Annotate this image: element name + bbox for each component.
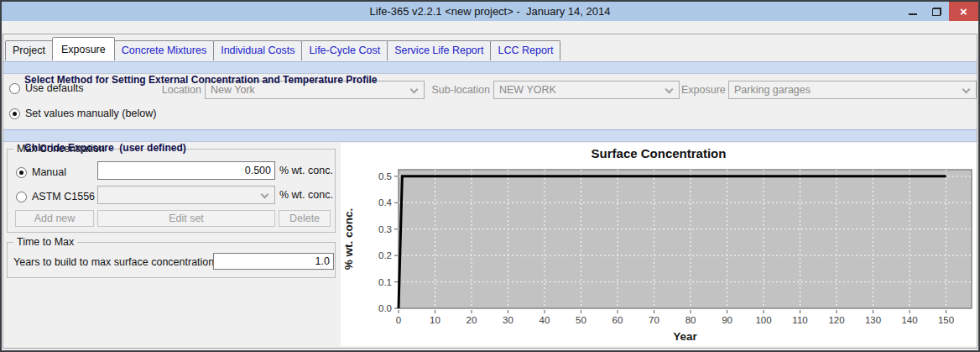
- exposure-combo[interactable]: Parking garages: [728, 81, 977, 99]
- svg-text:0: 0: [396, 315, 401, 325]
- edit-set-button[interactable]: Edit set: [97, 210, 275, 227]
- svg-text:100: 100: [755, 315, 771, 325]
- tab-life-cycle-cost[interactable]: Life-Cycle Cost: [301, 40, 388, 60]
- svg-text:0.5: 0.5: [378, 171, 392, 181]
- tab-lcc-report[interactable]: LCC Report: [490, 40, 560, 60]
- sub-location-label: Sub-location: [426, 81, 490, 99]
- tab-individual-costs[interactable]: Individual Costs: [213, 40, 302, 60]
- manual-unit-label: % wt. conc.: [279, 161, 333, 180]
- svg-text:0.4: 0.4: [378, 197, 393, 208]
- manual-radio-label: Manual: [32, 166, 66, 178]
- max-concentration-group: Max Concentration Manual % wt. conc. AST…: [7, 149, 336, 233]
- svg-text:10: 10: [430, 315, 440, 325]
- tab-bar: Project Exposure Concrete Mixtures Indiv…: [5, 37, 560, 60]
- set-manually-label: Set values manually (below): [25, 108, 156, 119]
- section-header-chloride-text: Chloride Exposure (user defined): [24, 142, 186, 154]
- section-header-method: Select Method for Setting External Conce…: [3, 61, 977, 74]
- svg-text:110: 110: [792, 315, 807, 325]
- sub-location-combo-value: NEW YORK: [499, 81, 556, 98]
- years-to-max-input[interactable]: [213, 253, 334, 270]
- svg-text:150: 150: [938, 315, 954, 325]
- minimize-icon: [909, 13, 917, 15]
- svg-text:120: 120: [828, 315, 844, 325]
- time-to-max-group: Time to Max Years to build to max surfac…: [7, 242, 336, 278]
- svg-text:0.2: 0.2: [378, 250, 392, 260]
- minimize-button[interactable]: [900, 2, 925, 21]
- surface-concentration-chart-panel: 0.00.10.20.30.40.50102030405060708090100…: [341, 143, 977, 346]
- radio-circle-icon: [16, 192, 27, 202]
- section-header-chloride: Chloride Exposure (user defined): [3, 129, 977, 142]
- app-window: Life-365 v2.2.1 <new project> - January …: [0, 0, 980, 352]
- svg-text:Year: Year: [673, 330, 697, 343]
- window-controls: ×: [900, 2, 978, 21]
- surface-concentration-chart: 0.00.10.20.30.40.50102030405060708090100…: [341, 143, 977, 346]
- close-icon: ×: [960, 5, 967, 18]
- svg-text:20: 20: [467, 315, 477, 325]
- astm-unit-label: % wt. conc.: [279, 186, 333, 204]
- titlebar[interactable]: Life-365 v2.2.1 <new project> - January …: [2, 2, 978, 21]
- manual-concentration-input[interactable]: [97, 161, 275, 180]
- svg-text:90: 90: [722, 315, 732, 325]
- window-title: Life-365 v2.2.1 <new project> - January …: [2, 5, 978, 18]
- svg-text:60: 60: [612, 315, 623, 325]
- svg-text:0.0: 0.0: [378, 303, 392, 313]
- svg-text:70: 70: [649, 315, 659, 325]
- close-button[interactable]: ×: [949, 2, 978, 21]
- tab-exposure[interactable]: Exposure: [52, 37, 115, 60]
- section-header-method-text: Select Method for Setting External Conce…: [24, 74, 378, 86]
- svg-text:40: 40: [540, 315, 550, 325]
- svg-text:50: 50: [576, 315, 586, 325]
- svg-text:Surface Concentration: Surface Concentration: [592, 146, 727, 160]
- tab-service-life-report[interactable]: Service Life Report: [387, 40, 491, 60]
- astm-combo[interactable]: [97, 186, 275, 204]
- main-content: Project Exposure Concrete Mixtures Indiv…: [2, 21, 978, 350]
- restore-button[interactable]: [925, 2, 949, 21]
- astm-radio[interactable]: ASTM C1556: [16, 191, 95, 202]
- exposure-combo-value: Parking garages: [734, 81, 811, 98]
- exposure-label: Exposure: [681, 81, 723, 99]
- set-manually-radio[interactable]: Set values manually (below): [9, 108, 156, 119]
- manual-radio[interactable]: Manual: [16, 166, 66, 178]
- svg-text:0.3: 0.3: [378, 224, 392, 234]
- restore-icon: [932, 8, 941, 16]
- add-new-button[interactable]: Add new: [15, 210, 94, 227]
- svg-text:0.1: 0.1: [378, 277, 392, 287]
- time-to-max-group-title: Time to Max: [13, 236, 77, 248]
- svg-text:80: 80: [685, 315, 696, 325]
- years-to-max-label: Years to build to max surface concentrat…: [13, 256, 214, 268]
- svg-text:130: 130: [865, 315, 881, 325]
- delete-button[interactable]: Delete: [279, 210, 331, 227]
- svg-text:% wt. conc.: % wt. conc.: [342, 208, 355, 271]
- radio-circle-icon: [16, 167, 27, 178]
- svg-text:140: 140: [901, 315, 917, 325]
- astm-radio-label: ASTM C1556: [32, 191, 95, 202]
- chevron-down-icon: [665, 86, 674, 94]
- svg-text:30: 30: [503, 315, 513, 325]
- sub-location-combo[interactable]: NEW YORK: [493, 81, 680, 99]
- chevron-down-icon: [410, 86, 419, 94]
- radio-circle-icon: [9, 108, 20, 119]
- tab-concrete-mixtures[interactable]: Concrete Mixtures: [114, 40, 214, 60]
- tab-project[interactable]: Project: [5, 40, 53, 60]
- chevron-down-icon: [962, 86, 971, 94]
- chevron-down-icon: [261, 191, 269, 199]
